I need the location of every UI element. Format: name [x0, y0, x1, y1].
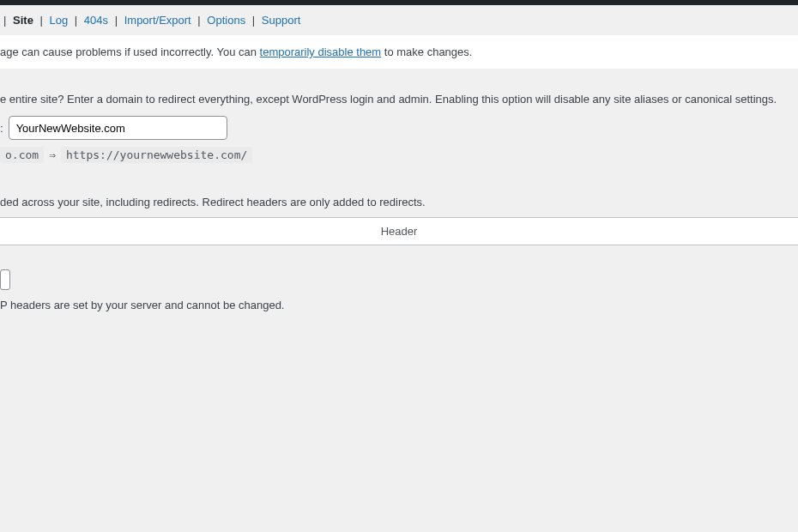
header-select[interactable]: [0, 269, 10, 290]
redirect-from-code: o.com: [0, 147, 44, 163]
tab-404s[interactable]: 404s: [84, 14, 108, 27]
headers-note: P headers are set by your server and can…: [0, 299, 798, 311]
tab-separator: |: [194, 14, 203, 27]
tab-separator: |: [0, 14, 9, 27]
warning-text-suffix: to make changes.: [381, 45, 472, 58]
headers-description: ded across your site, including redirect…: [0, 170, 798, 217]
redirect-to-code: https://yournewwebsite.com/: [61, 147, 252, 163]
disable-link[interactable]: temporarily disable them: [260, 45, 382, 58]
relocate-domain-input[interactable]: [9, 116, 227, 140]
tab-separator: |: [249, 14, 258, 27]
tab-separator: |: [36, 14, 45, 27]
relocate-input-row: :: [0, 116, 798, 140]
warning-banner: age can cause problems if used incorrect…: [0, 35, 798, 69]
headers-table-header: Header: [0, 217, 798, 245]
tab-support[interactable]: Support: [262, 14, 301, 27]
tab-options[interactable]: Options: [207, 14, 245, 27]
relocate-description: e entire site? Enter a domain to redirec…: [0, 69, 798, 116]
tab-site[interactable]: Site: [13, 14, 33, 27]
page-content: | Site | Log | 404s | Import/Export | Op…: [0, 5, 798, 311]
redirect-example: o.com ⇒ https://yournewwebsite.com/: [0, 147, 798, 163]
tab-separator: |: [112, 14, 121, 27]
tab-nav: | Site | Log | 404s | Import/Export | Op…: [0, 5, 798, 35]
redirect-arrow: ⇒: [49, 148, 56, 161]
tab-separator: |: [71, 14, 81, 27]
tab-import-export[interactable]: Import/Export: [124, 14, 191, 27]
tab-log[interactable]: Log: [50, 14, 69, 27]
relocate-label: :: [0, 122, 3, 135]
warning-text-prefix: age can cause problems if used incorrect…: [0, 45, 260, 58]
